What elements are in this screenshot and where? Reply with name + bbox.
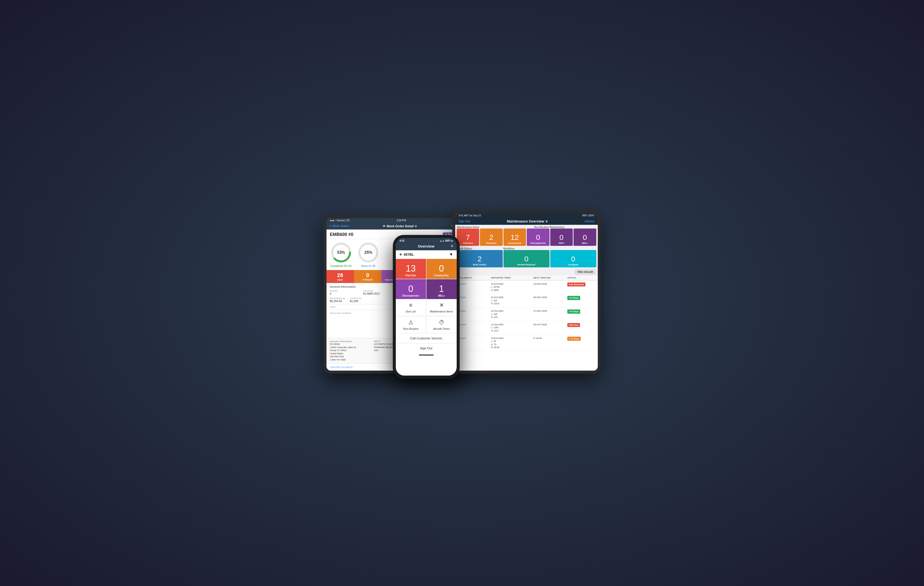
right-time-label: 9:41 AM Tue Sep 10 xyxy=(459,214,481,217)
view-all-line-items-link[interactable]: View All Line Items xyxy=(330,366,353,369)
hours-label: Hours 5 / 20 xyxy=(361,265,375,267)
assigned-tile[interactable]: 0 Assigned xyxy=(550,250,596,267)
aircraft-selector[interactable]: ✈ 407BL ▼ xyxy=(396,250,457,259)
coming-due-tile[interactable]: 12 Coming Due xyxy=(503,228,526,246)
non-routine-header: Non-Routine Maintenance xyxy=(534,226,596,228)
mels-tile[interactable]: 1 MELs xyxy=(426,279,457,299)
phone-nav-title: Overview xyxy=(418,244,434,248)
estimated-cost-value: $5,254.50 xyxy=(330,300,345,302)
past-due-count: 13 xyxy=(406,264,416,273)
row1-reported: 22-Oct-2020 L: 16784 H: 9032 xyxy=(491,282,533,292)
row2-reported: 15-Oct-2020 L: 152 H: 210.5 xyxy=(491,296,533,305)
table-row[interactable]: Available 12-Oct-2020 L: 2194 H: 1217 05… xyxy=(455,321,598,335)
right-actions-button[interactable]: Actions xyxy=(584,220,594,223)
past-due-tile[interactable]: 13 Past Due xyxy=(396,259,426,279)
mels-count: 1 xyxy=(439,284,444,293)
row3-status: +10 Days xyxy=(567,309,596,314)
row4-reported: 12-Oct-2020 L: 2194 H: 1217 xyxy=(491,323,533,332)
open-stat[interactable]: 28 Open xyxy=(327,270,354,283)
list-icon: ≡ xyxy=(409,302,412,309)
clock-icon: ⏱ xyxy=(439,319,444,326)
aircraft-times-menu-item[interactable]: ⏱ Aircraft Times xyxy=(426,316,457,333)
row2-availability: Available xyxy=(457,296,491,299)
coming-due-count: 0 xyxy=(439,264,444,273)
due-list-menu-item[interactable]: ≡ Due List xyxy=(396,299,426,316)
row4-availability: Available xyxy=(457,323,491,326)
chevron-down-icon: ▼ xyxy=(449,252,453,257)
maintenance-items-menu-item[interactable]: ✕ Maintenance Items xyxy=(426,299,457,316)
discrepancies-tile[interactable]: 0 Discrepancies xyxy=(527,228,549,246)
call-customer-service-button[interactable]: Call Customer Service xyxy=(396,333,457,343)
work-orders-tile[interactable]: 2 Work Orders xyxy=(457,250,503,267)
row2-next-due: 08-NOV-2020 xyxy=(533,296,567,299)
row4-next-due: 05-OCT-2020 xyxy=(533,323,567,326)
discrepancies-count: 0 xyxy=(408,284,413,293)
workflow-header: Workflow xyxy=(503,247,596,250)
tolerance2-label: Tolerance xyxy=(486,242,497,244)
coming-due-tile[interactable]: 0 Coming Due xyxy=(426,259,457,279)
assigned-label-right: Assigned xyxy=(568,263,578,266)
actual-cost-label: Actual Cost xyxy=(350,297,361,300)
aircraft-label: ✈ 407BL xyxy=(399,253,414,256)
row2-status: +10 Days xyxy=(567,296,596,300)
tablet-left-status-bar: ●●●○ Verizon LTE 3:00 PM ✱ 76% xyxy=(327,218,464,223)
review-required-label: Review Required xyxy=(517,263,535,266)
sign-out-button[interactable]: Sign Out xyxy=(396,343,457,353)
table-row[interactable]: Available 22-Oct-2020 L: 16784 H: 9032 1… xyxy=(455,281,598,294)
airplane-icon: ✈ xyxy=(399,253,402,256)
table-row[interactable]: Available 19-Oct-2020 L: 56 H: 75 R: 48.… xyxy=(455,335,598,351)
home-indicator xyxy=(419,355,434,355)
call-service-label: Call Customer Service xyxy=(410,337,442,340)
wo-workflow-headers: Work Orders Workflow xyxy=(455,247,598,250)
svg-text:53%: 53% xyxy=(337,250,345,254)
home-indicator-area xyxy=(396,353,457,357)
coming-due-label: Coming Due xyxy=(508,242,521,244)
tolerance2-count: 2 xyxy=(489,234,493,241)
next-due-header: Next Item Due xyxy=(533,277,567,279)
time-label: 3:00 PM xyxy=(397,219,406,222)
back-button[interactable]: < Work Orders xyxy=(330,224,349,228)
filter-bar: Filter Aircraft xyxy=(455,268,598,276)
completed-label: Completed 33 / 62 xyxy=(330,265,351,267)
review-required-tile[interactable]: 0 Review Required xyxy=(503,250,549,267)
completed-circle: 53% Completed 33 / 62 xyxy=(330,241,352,267)
filter-aircraft-button[interactable]: Filter Aircraft xyxy=(575,269,596,274)
right-battery-label: WiFi 100% xyxy=(582,214,594,217)
in-review-count: 0 xyxy=(366,272,369,279)
in-review-label: In Review xyxy=(363,279,373,281)
phone-status-bar: 9:41 ▲▲ WiFi ■ xyxy=(396,238,457,243)
number-label: Number xyxy=(330,290,361,292)
tolerance-tile[interactable]: 7 Tolerance xyxy=(457,228,479,246)
coming-due-label: Coming Due xyxy=(434,274,449,277)
carrier-label: ●●●○ Verizon LTE xyxy=(330,219,350,222)
center-phone: 9:41 ▲▲ WiFi ■ Overview ≡ ✈ 407BL ▼ 13 xyxy=(393,235,460,378)
operator-value: FD DEMO 12600 Corporate Lakes Dr. Sunny,… xyxy=(330,343,373,362)
nav-title: ✈ Work Order Detail ∨ xyxy=(383,224,417,228)
discrepancies-tile[interactable]: 0 Discrepancies xyxy=(396,279,426,299)
table-row[interactable]: Available 22-Oct-2020 L: 149 H: 223 07-N… xyxy=(455,307,598,321)
sign-out-button[interactable]: Sign Out xyxy=(459,220,470,223)
due-list-label: Due List xyxy=(406,310,416,313)
tolerance-count: 7 xyxy=(466,234,470,241)
past-due-label: Past Due xyxy=(406,274,416,277)
right-content: Maintenance Items Non-Routine Maintenanc… xyxy=(455,225,598,371)
status-header: Status xyxy=(567,277,596,279)
non-routine-label: Non-Routine xyxy=(403,327,419,330)
tolerance2-tile[interactable]: 2 Tolerance xyxy=(480,228,503,246)
discrepancies-count: 0 xyxy=(536,234,540,241)
table-row[interactable]: Available 15-Oct-2020 L: 152 H: 210.5 08… xyxy=(455,294,598,307)
in-review-stat[interactable]: 0 In Review xyxy=(354,270,381,283)
warning-icon: ⚠ xyxy=(408,319,413,326)
nefs-count: 0 xyxy=(559,234,564,241)
wrench-icon: ✕ xyxy=(439,302,444,309)
reported-header: Reported Times xyxy=(491,277,533,279)
actual-cost-field: Actual Cost $1,200 xyxy=(350,297,361,302)
hamburger-icon[interactable]: ≡ xyxy=(451,244,453,248)
mels-tile[interactable]: 0 MELs xyxy=(574,228,596,246)
phone-time: 9:41 xyxy=(400,239,405,242)
maintenance-items-label: Maintenance Items xyxy=(430,310,453,313)
row5-next-due: H: 83.40 xyxy=(533,337,567,340)
operator-label: Operator Information xyxy=(330,340,373,343)
non-routine-menu-item[interactable]: ⚠ Non-Routine xyxy=(396,316,426,333)
nefs-tile[interactable]: 0 NEFs xyxy=(550,228,573,246)
